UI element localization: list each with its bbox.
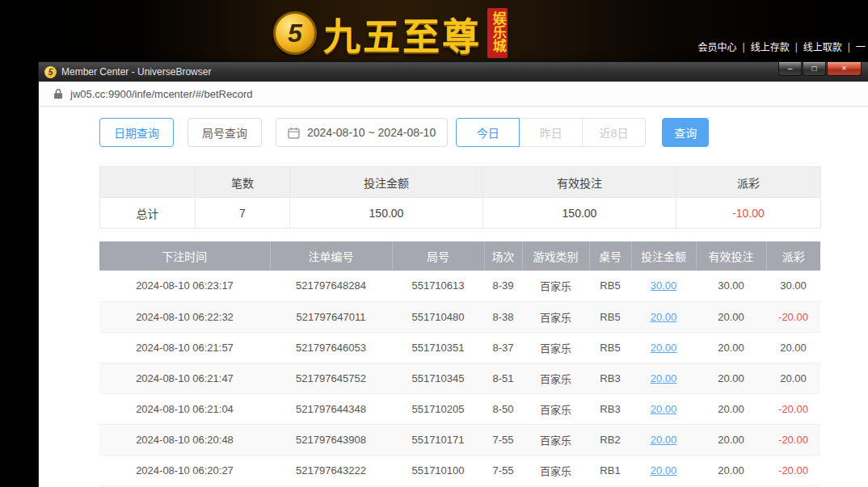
window-titlebar[interactable]: 5 Member Center - UniverseBrowser – □ × xyxy=(39,62,868,82)
table-row: 2024-08-10 06:23:17 521797648284 5517106… xyxy=(99,271,820,301)
header-game-type: 游戏类别 xyxy=(522,241,589,271)
cell-round-id: 551710345 xyxy=(392,363,484,393)
table-row: 2024-08-10 06:21:57 521797646053 5517103… xyxy=(99,332,820,363)
nav-online-deposit[interactable]: 线上存款 xyxy=(751,40,790,53)
cell-game-type: 百家乐 xyxy=(522,363,589,393)
cell-bet-amount-link[interactable]: 20.00 xyxy=(631,393,696,424)
cell-bet-id: 521797646053 xyxy=(270,332,392,363)
cell-payout: -20.00 xyxy=(766,393,820,424)
nav-online-withdraw[interactable]: 线上取款 xyxy=(803,40,842,53)
cell-payout: -20.00 xyxy=(766,301,820,332)
header-valid-bet: 有效投注 xyxy=(696,241,766,271)
cell-table-no: RB3 xyxy=(589,363,631,393)
search-button[interactable]: 查询 xyxy=(662,118,709,147)
cell-bet-id: 521797645752 xyxy=(270,363,392,393)
cell-game-type: 百家乐 xyxy=(522,393,589,424)
cell-bet-id: 521797648284 xyxy=(270,271,392,301)
cell-payout: -20.00 xyxy=(766,455,820,485)
header-bet-time: 下注时间 xyxy=(99,241,270,271)
table-row: 2024-08-10 06:22:32 521797647011 5517104… xyxy=(99,301,820,332)
cell-valid-bet: 20.00 xyxy=(696,424,766,455)
brand-badge: 娱乐城 xyxy=(487,8,508,58)
nav-separator: | xyxy=(743,41,745,52)
cell-bet-id: 521797643222 xyxy=(270,455,392,485)
cell-round-id: 551710100 xyxy=(392,455,484,485)
date-query-tab[interactable]: 日期查询 xyxy=(99,118,174,147)
cell-session: 8-51 xyxy=(484,363,522,393)
summary-header-payout: 派彩 xyxy=(676,167,821,198)
page: { "site": { "brand": "九五至尊", "badge": "娱… xyxy=(0,0,868,487)
round-query-tab[interactable]: 局号查询 xyxy=(188,118,262,147)
cell-round-id: 551710480 xyxy=(392,301,484,332)
cell-valid-bet: 20.00 xyxy=(696,301,766,332)
window-title: Member Center - UniverseBrowser xyxy=(61,66,211,78)
today-button[interactable]: 今日 xyxy=(456,118,520,147)
browser-window: 5 Member Center - UniverseBrowser – □ × … xyxy=(38,61,868,487)
header-session: 场次 xyxy=(484,241,522,271)
nav-member-center[interactable]: 会员中心 xyxy=(698,40,737,53)
table-row: 2024-08-10 06:21:04 521797644348 5517102… xyxy=(99,393,820,424)
calendar-icon xyxy=(288,127,300,139)
cell-bet-id: 521797644348 xyxy=(270,393,392,424)
last-8-days-button[interactable]: 近8日 xyxy=(582,118,646,147)
cell-table-no: RB5 xyxy=(589,271,631,301)
brand-title: 九五至尊 xyxy=(323,6,482,60)
header-bet-amount: 投注金额 xyxy=(631,241,696,271)
bet-table-header-row: 下注时间 注单编号 局号 场次 游戏类别 桌号 投注金额 有效投注 派彩 xyxy=(99,241,820,271)
summary-total-label: 总计 xyxy=(100,198,196,229)
cell-payout: 30.00 xyxy=(766,271,820,301)
date-range-picker[interactable]: 2024-08-10 ~ 2024-08-10 xyxy=(276,118,448,147)
cell-bet-amount-link[interactable]: 20.00 xyxy=(631,424,696,455)
summary-header-count: 笔数 xyxy=(196,167,290,198)
cell-table-no: RB2 xyxy=(589,424,631,455)
cell-game-type: 百家乐 xyxy=(522,455,589,485)
cell-bet-time: 2024-08-10 06:21:57 xyxy=(99,332,270,363)
brand-logo: 5 九五至尊 娱乐城 xyxy=(273,6,508,60)
cell-bet-amount-link[interactable]: 20.00 xyxy=(631,455,696,485)
cell-bet-time: 2024-08-10 06:20:27 xyxy=(99,455,270,485)
cell-table-no: RB5 xyxy=(589,332,631,363)
cell-bet-amount-link[interactable]: 20.00 xyxy=(631,332,696,363)
site-banner: 5 九五至尊 娱乐城 会员中心 | 线上存款 | 线上取款 | 一 xyxy=(0,0,868,61)
summary-header-row: 笔数 投注金额 有效投注 派彩 xyxy=(100,167,821,198)
query-toolbar: 日期查询 局号查询 2024-08-10 ~ 2024-08-10 今日 昨日 … xyxy=(99,118,868,147)
close-button[interactable]: × xyxy=(827,62,862,76)
nav-separator: | xyxy=(795,41,798,52)
cell-valid-bet: 30.00 xyxy=(696,271,766,301)
cell-payout: 20.00 xyxy=(766,332,820,363)
cell-bet-amount-link[interactable]: 20.00 xyxy=(631,363,696,393)
summary-total-row: 总计 7 150.00 150.00 -10.00 xyxy=(100,198,821,229)
cell-table-no: RB1 xyxy=(589,455,631,485)
bet-table-body: 2024-08-10 06:23:17 521797648284 5517106… xyxy=(99,271,820,485)
cell-valid-bet: 20.00 xyxy=(696,455,766,485)
bet-record-table: 下注时间 注单编号 局号 场次 游戏类别 桌号 投注金额 有效投注 派彩 202… xyxy=(99,241,820,486)
header-bet-id: 注单编号 xyxy=(270,241,392,271)
cell-bet-time: 2024-08-10 06:23:17 xyxy=(99,271,270,301)
cell-game-type: 百家乐 xyxy=(522,332,589,363)
maximize-button[interactable]: □ xyxy=(803,62,826,76)
cell-payout: -20.00 xyxy=(766,424,820,455)
summary-count: 7 xyxy=(196,198,290,229)
favicon-number: 5 xyxy=(48,68,53,77)
cell-session: 8-50 xyxy=(484,393,522,424)
cell-session: 7-55 xyxy=(484,455,522,485)
cell-session: 8-38 xyxy=(484,301,522,332)
cell-game-type: 百家乐 xyxy=(522,301,589,332)
table-row: 2024-08-10 06:21:47 521797645752 5517103… xyxy=(99,363,820,393)
header-table-no: 桌号 xyxy=(589,241,631,271)
cell-session: 8-37 xyxy=(484,332,522,363)
yesterday-button[interactable]: 昨日 xyxy=(519,118,583,147)
header-round-id: 局号 xyxy=(392,241,484,271)
cell-bet-amount-link[interactable]: 20.00 xyxy=(631,301,696,332)
summary-header-bet-amount: 投注金额 xyxy=(290,167,483,198)
cell-bet-amount-link[interactable]: 30.00 xyxy=(631,271,696,301)
minimize-button[interactable]: – xyxy=(778,62,802,76)
coin-icon: 5 xyxy=(273,11,317,55)
cell-session: 8-39 xyxy=(484,271,522,301)
summary-valid-bet: 150.00 xyxy=(483,198,676,229)
date-range-value: 2024-08-10 ~ 2024-08-10 xyxy=(307,126,436,139)
cell-bet-id: 521797643908 xyxy=(270,424,392,455)
summary-table: 笔数 投注金额 有效投注 派彩 总计 7 150.00 150.00 -10.0… xyxy=(99,166,821,229)
address-bar[interactable]: jw05.cc:9900/infe/mcenter/#/betRecord xyxy=(39,82,868,107)
cell-bet-time: 2024-08-10 06:21:47 xyxy=(99,363,270,393)
